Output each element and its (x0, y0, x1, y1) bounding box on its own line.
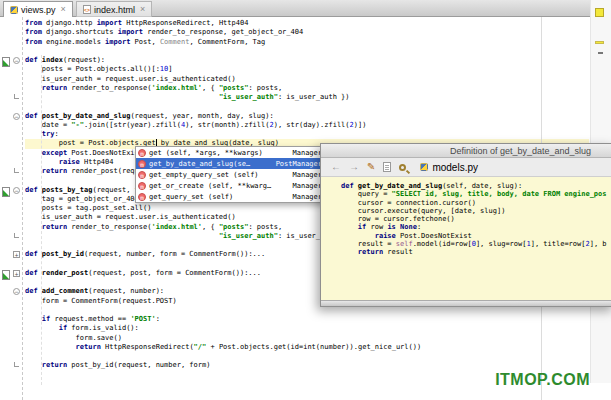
tab-bar: views.py × <> index.html × (0, 0, 611, 17)
tab-label: index.html (94, 5, 135, 15)
completion-item[interactable]: mget (self, *args, **kwargs)Manager (136, 147, 326, 158)
fold-end-marker (14, 233, 19, 238)
code-line: return render_to_response('index.html', … (25, 84, 589, 93)
definition-popup-resize-bar[interactable] (321, 300, 611, 306)
tab-views-py[interactable]: views.py × (3, 1, 73, 17)
code-line (25, 47, 589, 56)
code-line: from django.shortcuts import render_to_r… (25, 28, 589, 37)
forward-icon[interactable]: → (349, 162, 359, 172)
definition-popup: Definition of get_by_date_and_slug ← → ✎… (320, 143, 611, 307)
code-line: def post_by_date_and_slug(request, year,… (25, 112, 589, 121)
completion-item[interactable]: mget_empty_query_set (self)Manager (136, 169, 326, 180)
caret-stripe-mark[interactable] (598, 52, 603, 54)
method-icon: m (138, 182, 146, 190)
fold-expand-icon[interactable]: + (13, 270, 20, 277)
completion-type: Manager (292, 149, 322, 157)
tab-index-html[interactable]: <> index.html × (76, 1, 152, 17)
html-file-icon: <> (83, 5, 91, 14)
completion-label: get_query_set (self) (149, 193, 233, 201)
fold-collapse-icon[interactable]: − (13, 187, 20, 194)
code-line: from engine.models import Post, Comment,… (25, 38, 589, 47)
completion-type: Manager (292, 171, 322, 179)
edit-source-icon[interactable]: ✎ (367, 162, 375, 172)
fold-collapse-icon[interactable]: − (13, 113, 20, 120)
file-name: models.py (432, 162, 478, 173)
code-line: def get_by_date_and_slug(self, date, slu… (341, 182, 611, 190)
watermark: ITMOP.COM (495, 371, 590, 389)
file-status-indicator[interactable] (595, 8, 604, 17)
modified-function-icon (2, 270, 10, 280)
completion-popup: mget (self, *args, **kwargs)Managermget_… (135, 146, 327, 203)
ide-window: views.py × <> index.html × from django.h… (0, 0, 611, 400)
code-line: from django.http import HttpResponseRedi… (25, 19, 589, 28)
completion-item[interactable]: mget_query_set (self)Manager (136, 191, 326, 202)
tab-close-icon[interactable]: × (61, 5, 66, 14)
code-line: cursor.execute(query, [date, slug]) (341, 207, 611, 215)
fold-expand-icon[interactable]: + (13, 251, 20, 258)
file-label: models.py (420, 162, 478, 173)
view-source-icon[interactable] (383, 162, 391, 172)
code-line: try: (25, 130, 589, 139)
code-line: raise Post.DoesNotExist (341, 232, 611, 240)
fold-end-marker (14, 362, 19, 367)
tab-label: views.py (21, 5, 56, 15)
python-file-icon (10, 6, 18, 14)
definition-popup-title[interactable]: Definition of get_by_date_and_slug (321, 144, 611, 158)
python-file-icon (420, 163, 428, 171)
completion-label: get_or_create (self, **kwarg… (149, 182, 271, 190)
find-icon[interactable] (399, 164, 406, 171)
fold-collapse-icon[interactable]: − (13, 57, 20, 64)
code-line: return result (341, 248, 611, 256)
gutter-separator (22, 17, 23, 400)
back-icon[interactable]: ← (331, 162, 341, 172)
completion-item[interactable]: mget_or_create (self, **kwarg…Manager (136, 180, 326, 191)
method-icon: m (138, 160, 146, 168)
code-line (25, 306, 589, 315)
method-icon: m (138, 171, 146, 179)
code-line: if row is None: (341, 223, 611, 231)
completion-type: Manager (292, 182, 322, 190)
code-line: cursor = connection.cursor() (341, 199, 611, 207)
code-line: "is_user_auth": is_user_auth }) (25, 93, 589, 102)
code-line: form.save() (25, 334, 589, 343)
code-line (25, 352, 589, 361)
completion-type: PostManager (276, 160, 322, 168)
code-line: if request.method == 'POST': (25, 315, 589, 324)
code-line: date = "-".join([str(year).zfill(4), str… (25, 121, 589, 130)
fold-end-marker (14, 168, 19, 173)
completion-label: get (self, *args, **kwargs) (149, 149, 263, 157)
method-icon: m (138, 193, 146, 201)
definition-popup-toolbar: ← → ✎ models.py (321, 158, 611, 177)
modified-function-icon (2, 187, 10, 197)
method-icon: m (138, 149, 146, 157)
code-line: result = self.model(id=row[0], slug=row[… (341, 240, 611, 248)
modified-function-icon (2, 57, 10, 67)
code-line: if form.is_valid(): (25, 324, 589, 333)
code-line: posts = Post.objects.all()[:10] (25, 65, 589, 74)
code-line: is_user_auth = request.user.is_authentic… (25, 75, 589, 84)
indent-guide (41, 55, 42, 385)
code-line: return post_by_id(request, number, form) (25, 361, 589, 370)
definition-code-area[interactable]: def get_by_date_and_slug(self, date, slu… (321, 177, 611, 300)
completion-type: Manager (292, 193, 322, 201)
code-line: return HttpResponseRedirect("/" + Post.o… (25, 343, 589, 352)
warning-stripe-mark[interactable] (595, 41, 604, 44)
code-line: row = cursor.fetchone() (341, 215, 611, 223)
code-line: query = "SELECT id, slug, title, body, d… (341, 190, 611, 198)
completion-label: get_empty_query_set (self) (149, 171, 259, 179)
fold-end-marker (14, 94, 19, 99)
completion-list: mget (self, *args, **kwargs)Managermget_… (136, 147, 326, 202)
completion-label: get_by_date_and_slug(se… (149, 160, 250, 168)
tab-close-icon[interactable]: × (140, 5, 145, 14)
code-line: def index(request): (25, 56, 589, 65)
code-line (25, 102, 589, 111)
completion-item[interactable]: mget_by_date_and_slug(se…PostManager (136, 158, 326, 169)
